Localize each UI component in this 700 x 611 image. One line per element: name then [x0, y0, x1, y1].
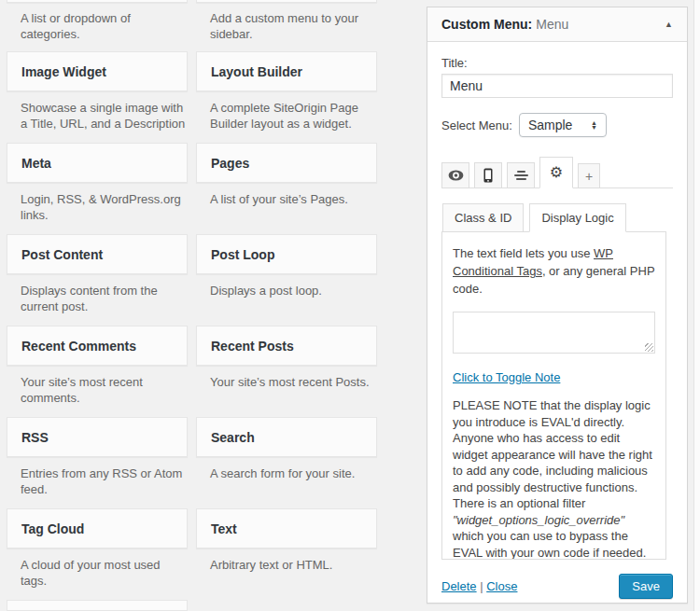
title-field-label: Title:: [441, 56, 673, 70]
widget-description: A list or dropdown of categories.: [21, 10, 186, 42]
widget-card-pages[interactable]: Pages: [196, 143, 377, 183]
custom-menu-widget-panel: Custom Menu:Menu ▲ Title: Select Menu: S…: [427, 7, 688, 604]
widget-description: A complete SiteOrigin Page Builder layou…: [210, 100, 375, 132]
widget-card-text[interactable]: Text: [196, 508, 377, 549]
settings-subtabs: Class & ID Display Logic: [441, 203, 673, 231]
delete-link[interactable]: Delete: [441, 579, 477, 593]
menu-select-value: Sample: [528, 118, 580, 132]
sidebar-edge-strip: [693, 0, 700, 611]
subtab-display-logic[interactable]: Display Logic: [529, 203, 625, 232]
display-logic-intro: The text field lets you use WP Condition…: [453, 244, 655, 298]
widget-panel-header[interactable]: Custom Menu:Menu ▲: [427, 7, 687, 42]
widget-card-post-content[interactable]: Post Content: [7, 234, 188, 274]
widget-title: Post Content: [21, 247, 103, 262]
tab-settings[interactable]: ⚙: [539, 157, 573, 188]
subtab-class-id[interactable]: Class & ID: [442, 203, 524, 232]
widget-description: Displays content from the current post.: [21, 283, 186, 314]
widget-card-recent-comments[interactable]: Recent Comments: [7, 326, 188, 366]
widget-card-image-widget[interactable]: Image Widget: [7, 51, 188, 91]
tab-devices[interactable]: [474, 162, 502, 188]
plus-icon: +: [585, 169, 593, 184]
widget-description: Displays a post loop.: [210, 283, 375, 299]
display-logic-panel: The text field lets you use WP Condition…: [441, 231, 666, 560]
eye-icon: [448, 170, 464, 181]
widget-card-meta[interactable]: Meta: [7, 143, 188, 183]
save-button[interactable]: Save: [619, 574, 673, 599]
widget-title: RSS: [21, 430, 49, 445]
widget-rows: Image Widget Showcase a single image wit…: [7, 51, 378, 600]
close-link[interactable]: Close: [486, 579, 517, 593]
widget-title: Search: [211, 430, 255, 445]
widget-panel-body: Title: Select Menu: Sample ▲ ▼: [427, 56, 687, 610]
widget-title: Layout Builder: [211, 64, 302, 79]
collapse-arrow-icon[interactable]: ▲: [665, 21, 673, 29]
select-menu-label: Select Menu:: [441, 118, 512, 132]
display-logic-note: PLEASE NOTE that the display logic you i…: [453, 397, 655, 560]
widget-title: Image Widget: [21, 64, 106, 79]
widget-card-rss[interactable]: RSS: [7, 417, 188, 457]
title-input[interactable]: [441, 74, 673, 98]
widget-description: Your site’s most recent Posts.: [210, 374, 375, 390]
widget-card-cutoff: [7, 0, 188, 3]
widget-description: Login, RSS, & WordPress.org links.: [21, 191, 186, 223]
widget-title: Text: [211, 521, 237, 536]
select-stepper-icon: ▲ ▼: [591, 120, 597, 130]
tab-alignment[interactable]: [507, 162, 535, 188]
widget-card-tag-cloud[interactable]: Tag Cloud: [7, 508, 188, 549]
gear-icon: ⚙: [550, 165, 563, 180]
widget-description: A search form for your site.: [210, 465, 375, 481]
footer-separator: |: [480, 579, 483, 593]
align-center-icon: [514, 171, 528, 180]
widget-title: Tag Cloud: [21, 521, 84, 536]
menu-select-dropdown[interactable]: Sample ▲ ▼: [519, 113, 607, 137]
widget-card-layout-builder[interactable]: Layout Builder: [196, 51, 377, 91]
widget-card-partial-bottom: [7, 600, 188, 611]
widget-description: A list of your site’s Pages.: [210, 191, 375, 207]
widget-title: Pages: [211, 156, 249, 171]
widget-title: Post Loop: [211, 247, 274, 262]
widget-options-icon-tabs: ⚙ +: [441, 156, 673, 188]
widget-description: A cloud of your most used tags.: [21, 557, 186, 589]
mobile-phone-icon: [483, 168, 493, 183]
widget-panel-footer: Delete | Close Save: [441, 574, 673, 599]
widget-title: Meta: [21, 156, 51, 171]
widget-panel-subtitle: Menu: [536, 17, 568, 32]
widget-description: Showcase a single image with a Title, UR…: [21, 100, 186, 132]
widget-description: Arbitrary text or HTML.: [210, 557, 375, 573]
display-logic-textarea[interactable]: [453, 312, 655, 354]
widget-card-search[interactable]: Search: [196, 417, 377, 457]
widget-row-cutoff: A list or dropdown of categories. Add a …: [7, 0, 378, 51]
widget-description: Entries from any RSS or Atom feed.: [21, 465, 186, 497]
widget-panel-title: Custom Menu:: [441, 17, 532, 32]
widget-card-cutoff: [196, 0, 377, 3]
widget-description: Add a custom menu to your sidebar.: [210, 10, 375, 42]
widget-description: Your site’s most recent comments.: [21, 374, 186, 406]
tab-add[interactable]: +: [578, 163, 600, 188]
available-widgets-list: A list or dropdown of categories. Add a …: [7, 0, 378, 611]
tab-visibility[interactable]: [441, 162, 469, 188]
widget-title: Recent Comments: [21, 339, 136, 354]
widget-title: Recent Posts: [211, 339, 294, 354]
toggle-note-link[interactable]: Click to Toggle Note: [453, 370, 560, 384]
widget-card-recent-posts[interactable]: Recent Posts: [196, 326, 377, 366]
widget-card-post-loop[interactable]: Post Loop: [196, 234, 377, 274]
